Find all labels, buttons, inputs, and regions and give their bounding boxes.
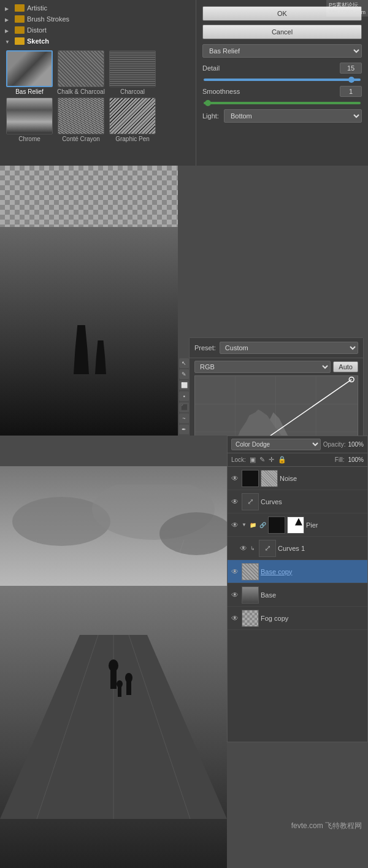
tree-arrow-distort: [5, 26, 12, 34]
thumb-img-chalk-charcoal: [58, 50, 104, 87]
layer-thumb-pier2-black: [268, 517, 285, 534]
blend-mode-select[interactable]: Color Dodge: [231, 439, 321, 450]
svg-rect-28: [126, 682, 131, 695]
auto-button[interactable]: Auto: [333, 361, 358, 372]
layer-thumb-curves: ⤢: [242, 493, 259, 510]
lock-icon-move[interactable]: ✛: [269, 456, 274, 464]
pier-people-area: [0, 635, 227, 819]
layer-name-curves1b: Curves 1: [278, 545, 365, 552]
eye-icon-noise[interactable]: 👁: [230, 474, 240, 483]
svg-point-8: [349, 377, 354, 382]
person-silhouette-1: [74, 325, 89, 374]
eye-icon-base[interactable]: 👁: [230, 590, 240, 600]
eye-icon-pier2[interactable]: 👁: [230, 520, 240, 530]
thumb-chalk-charcoal[interactable]: Chalk & Charcoal: [56, 50, 105, 95]
smoothness-slider-row: [202, 102, 362, 104]
tree-item-distort[interactable]: Distort: [0, 25, 196, 36]
svg-line-15: [55, 552, 61, 570]
layer-row-base-copy-b[interactable]: 👁 Base copy: [228, 560, 367, 583]
layer-thumb-curves1b: ⤢: [259, 540, 276, 557]
filter-left-panel: Artistic Brush Strokes Distort Sketch: [0, 0, 196, 166]
thumb-img-bas-relief: [6, 50, 53, 87]
preset-label: Preset:: [194, 344, 216, 351]
filter-name-select[interactable]: Bas Relief: [202, 44, 362, 58]
curves-tools: ↖ ✎ ⬜ ▪ ⬛ ~ ✒ ≡: [178, 356, 189, 448]
watermark-top: PS素材论坛886.16XG.com: [326, 0, 368, 17]
curves-header: Preset: Custom: [190, 338, 363, 358]
tree-item-brushstrokes[interactable]: Brush Strokes: [0, 13, 196, 25]
detail-input[interactable]: [340, 63, 362, 74]
thumb-label-conte-crayon: Conté Crayon: [62, 136, 100, 142]
layer-thumb-base: [242, 586, 259, 604]
bottom-section: Color Dodge Opacity: 100% Lock: ▣ ✎ ✛ 🔒 …: [0, 436, 368, 868]
eye-icon-curves1b[interactable]: 👁: [239, 543, 248, 553]
eye-icon-curves[interactable]: 👁: [230, 497, 240, 507]
layer-name-base-copy-b: Base copy: [261, 568, 365, 575]
filter-gallery: Artistic Brush Strokes Distort Sketch: [0, 0, 368, 166]
thumb-conte-crayon[interactable]: Conté Crayon: [56, 98, 105, 142]
layer-row-curves1b[interactable]: 👁 ↳ ⤢ Curves 1: [228, 537, 367, 560]
rain-overlay: [0, 485, 227, 620]
curves-tool-arrow[interactable]: ↖: [179, 358, 189, 368]
curves1b-arrow: ↳: [250, 545, 255, 551]
lock-icon-brush[interactable]: ✎: [259, 456, 265, 464]
lock-icon-pixel[interactable]: ▣: [250, 456, 256, 464]
fevte-watermark: fevte.com 飞特教程网: [291, 821, 362, 831]
thumb-img-graphic-pen: [109, 98, 156, 134]
folder-icon-brushstrokes: [15, 15, 25, 23]
thumb-img-charcoal: [109, 50, 156, 87]
svg-point-25: [109, 659, 118, 672]
layer-row-noise[interactable]: 👁 Noise: [228, 467, 367, 490]
layer-thumb-fog-copy: [242, 610, 259, 627]
eye-icon-fog-copy[interactable]: 👁: [230, 613, 240, 623]
tree-item-sketch[interactable]: Sketch: [0, 36, 196, 47]
layer-row-base[interactable]: 👁 Base: [228, 583, 367, 607]
person-silhouette-2: [95, 340, 106, 374]
lock-pier2: 🔗: [259, 522, 266, 528]
layer-thumb-base-copy-b: [242, 563, 259, 580]
filter-thumbnails: Bas Relief Chalk & Charcoal Charcoal Chr…: [0, 47, 196, 146]
layer-row-fog-copy[interactable]: 👁 Fog copy: [228, 607, 367, 630]
curves-tool-edit[interactable]: ✎: [179, 369, 189, 379]
rain-svg: [0, 485, 227, 620]
lock-label: Lock:: [231, 456, 246, 463]
curves-tool-wave[interactable]: ~: [179, 413, 189, 423]
fill-value: 100%: [348, 456, 364, 463]
layer-name-curves: Curves: [261, 498, 365, 505]
thumb-bas-relief[interactable]: Bas Relief: [5, 50, 54, 95]
filter-name-row: Bas Relief: [202, 44, 362, 58]
layer-row-curves[interactable]: 👁 ⤢ Curves: [228, 490, 367, 513]
thumb-label-charcoal: Charcoal: [120, 88, 145, 95]
layer-name-fog-copy: Fog copy: [261, 615, 365, 622]
channel-select[interactable]: RGB: [194, 361, 331, 373]
thumb-chrome[interactable]: Chrome: [5, 98, 54, 142]
filter-tree: Artistic Brush Strokes Distort Sketch: [0, 0, 196, 148]
svg-line-16: [80, 543, 86, 561]
curves-tool-sample3[interactable]: ⬛: [179, 402, 189, 412]
eye-icon-base-copy-b[interactable]: 👁: [230, 567, 240, 577]
cancel-button[interactable]: Cancel: [202, 25, 362, 39]
layer-row-pier2[interactable]: 👁 ▼ 📁 🔗 Pier: [228, 513, 367, 537]
thumb-graphic-pen[interactable]: Graphic Pen: [108, 98, 157, 142]
smoothness-slider-thumb: [205, 100, 211, 106]
thumb-charcoal[interactable]: Charcoal: [108, 50, 157, 95]
group-arrow-pier2: ▼: [242, 522, 247, 528]
smoothness-input[interactable]: [340, 86, 362, 97]
smoothness-slider[interactable]: [204, 102, 361, 104]
detail-slider[interactable]: [204, 79, 361, 81]
preset-select[interactable]: Custom: [220, 342, 358, 354]
curves-section: ↖ ✎ ⬜ ▪ ⬛ ~ ✒ ≡ Preset: Custom RGB Auto: [0, 166, 368, 436]
svg-line-13: [12, 546, 18, 564]
smoothness-row: Smoothness: [202, 86, 362, 97]
tree-item-artistic[interactable]: Artistic: [0, 2, 196, 13]
thumb-img-conte-crayon: [58, 98, 104, 134]
curves-tool-sample1[interactable]: ⬜: [179, 380, 189, 390]
curves-tool-sample2[interactable]: ▪: [179, 391, 189, 401]
layer-thumb-pier2-mask: [287, 517, 304, 534]
layers-lock-bar: Lock: ▣ ✎ ✛ 🔒 Fill: 100%: [228, 453, 367, 467]
lock-icon-all[interactable]: 🔒: [278, 456, 286, 464]
curves-tool-eyedropper[interactable]: ✒: [179, 424, 189, 434]
pier-photo: [0, 227, 178, 436]
light-select[interactable]: Bottom: [224, 109, 362, 123]
layers-panel-bottom: Color Dodge Opacity: 100% Lock: ▣ ✎ ✛ 🔒 …: [227, 436, 368, 742]
